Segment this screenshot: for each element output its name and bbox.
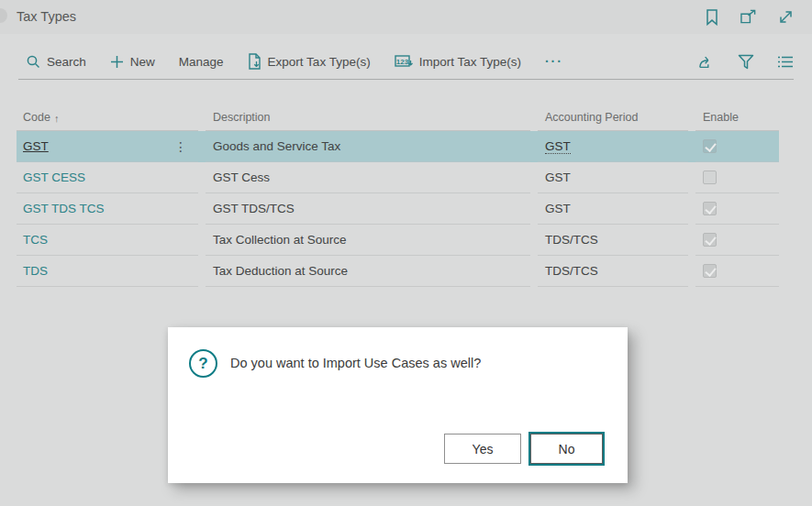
description-cell: GST Cess — [213, 170, 270, 184]
description-cell: Tax Collection at Source — [213, 233, 347, 247]
no-button[interactable]: No — [530, 434, 603, 464]
import-123-icon: 123 — [395, 54, 413, 69]
enable-checkbox[interactable] — [703, 170, 717, 184]
question-icon: ? — [189, 349, 217, 378]
accounting-period-cell[interactable]: TDS/TCS — [545, 264, 598, 278]
bookmark-icon[interactable] — [704, 9, 720, 26]
sort-ascending-icon: ↑ — [54, 113, 60, 124]
dialog-message: Do you want to Import Use Cases as well? — [230, 356, 481, 370]
list-view-icon[interactable] — [777, 53, 794, 70]
action-toolbar: Search New Manage Export Tax Type(s) 123… — [0, 44, 812, 79]
code-link[interactable]: GST — [23, 139, 49, 153]
share-icon[interactable] — [698, 53, 715, 70]
new-button[interactable]: New — [110, 55, 155, 69]
confirm-dialog: ? Do you want to Import Use Cases as wel… — [168, 327, 628, 483]
title-bar: Tax Types — [0, 0, 812, 34]
column-header-description[interactable]: Description — [206, 101, 530, 131]
manage-label: Manage — [179, 55, 224, 69]
tax-types-table: Code ↑ Description Accounting Period Ena… — [17, 101, 779, 287]
import-tax-types-button[interactable]: 123 Import Tax Type(s) — [395, 54, 521, 69]
toolbar-left-group: Search New Manage Export Tax Type(s) 123… — [26, 53, 563, 70]
search-icon — [26, 54, 40, 69]
code-link[interactable]: GST CESS — [23, 170, 85, 184]
code-link[interactable]: TCS — [23, 233, 48, 247]
code-link[interactable]: TDS — [23, 264, 48, 278]
accounting-period-cell[interactable]: GST — [545, 139, 571, 154]
dialog-buttons: Yes No — [444, 434, 603, 464]
column-header-accounting-period[interactable]: Accounting Period — [538, 101, 688, 131]
table-header-row: Code ↑ Description Accounting Period Ena… — [17, 101, 779, 131]
search-button[interactable]: Search — [26, 54, 86, 69]
open-in-window-icon[interactable] — [740, 9, 757, 26]
accounting-period-cell[interactable]: TDS/TCS — [545, 233, 598, 247]
table-row[interactable]: GST TDS TCS⋮ GST TDS/TCS GST — [17, 193, 779, 225]
page-title: Tax Types — [17, 0, 76, 34]
search-label: Search — [47, 55, 86, 69]
manage-button[interactable]: Manage — [179, 55, 224, 69]
code-link[interactable]: GST TDS TCS — [23, 202, 105, 215]
export-tax-types-button[interactable]: Export Tax Type(s) — [248, 53, 371, 70]
table-row[interactable]: GST CESS⋮ GST Cess GST — [17, 162, 779, 193]
expand-icon[interactable] — [777, 9, 794, 26]
filter-icon[interactable] — [738, 53, 754, 70]
table-row[interactable]: TCS⋮ Tax Collection at Source TDS/TCS — [17, 225, 779, 256]
description-cell: Goods and Service Tax — [213, 139, 340, 153]
description-cell: Tax Deduction at Source — [213, 264, 348, 278]
plus-icon — [110, 55, 124, 69]
export-document-icon — [248, 53, 261, 70]
toolbar-divider — [18, 79, 794, 80]
enable-checkbox[interactable] — [703, 139, 717, 153]
accounting-period-cell[interactable]: GST — [545, 170, 571, 184]
svg-text:123: 123 — [395, 58, 408, 66]
import-label: Import Tax Type(s) — [419, 55, 521, 69]
column-header-enable[interactable]: Enable — [695, 101, 779, 131]
table-row[interactable]: GST⋮ Goods and Service Tax GST — [17, 131, 779, 162]
export-label: Export Tax Type(s) — [268, 55, 371, 69]
accounting-period-cell[interactable]: GST — [545, 202, 571, 215]
description-cell: GST TDS/TCS — [213, 202, 295, 215]
column-header-code[interactable]: Code ↑ — [17, 101, 198, 131]
new-label: New — [130, 55, 155, 69]
back-button-sliver[interactable] — [0, 8, 7, 23]
toolbar-right-group — [698, 44, 794, 79]
yes-button[interactable]: Yes — [444, 434, 521, 464]
code-header-label: Code — [23, 111, 50, 124]
enable-checkbox[interactable] — [703, 264, 717, 278]
titlebar-actions — [704, 0, 794, 34]
row-more-icon[interactable]: ⋮ — [174, 142, 187, 151]
table-row[interactable]: TDS⋮ Tax Deduction at Source TDS/TCS — [17, 256, 779, 287]
enable-checkbox[interactable] — [703, 202, 717, 215]
more-options-button[interactable]: ··· — [545, 54, 563, 69]
enable-checkbox[interactable] — [703, 233, 717, 247]
